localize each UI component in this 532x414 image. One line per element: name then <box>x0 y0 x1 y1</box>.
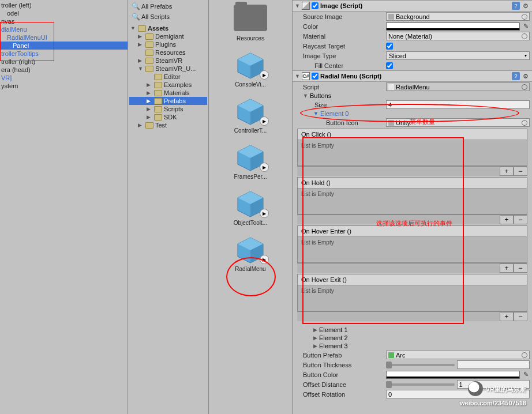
folder-item[interactable]: ▶Examples <box>129 81 207 89</box>
folder-item[interactable]: ▶Plugins <box>129 40 207 48</box>
raycast-checkbox[interactable] <box>386 43 393 50</box>
size-input[interactable] <box>386 100 530 109</box>
expand-arrow-icon[interactable]: ▶ <box>138 58 144 63</box>
remove-event-button[interactable]: − <box>514 167 527 176</box>
hierarchy-item[interactable]: trollerTooltips <box>0 50 128 58</box>
hierarchy-item[interactable]: troller (left) <box>0 1 128 9</box>
collapse-arrow-icon[interactable]: ▶ <box>313 327 317 333</box>
image-component-icon <box>302 2 310 10</box>
expand-arrow-icon[interactable]: ▶ <box>147 98 152 104</box>
collapse-arrow-icon[interactable]: ▶ <box>313 343 317 349</box>
remove-event-button[interactable]: − <box>514 312 527 321</box>
hierarchy-item[interactable]: RadialMenuUI <box>0 33 128 42</box>
offset-distance-input[interactable] <box>457 380 530 389</box>
folder-item[interactable]: Editor <box>129 73 207 81</box>
folder-item[interactable]: ▶SteamVR <box>129 57 207 65</box>
element-header[interactable]: ▶Element 1 <box>293 326 532 334</box>
add-event-button[interactable]: + <box>500 215 514 224</box>
asset-item-prefab[interactable]: ▶ FramesPer... <box>234 144 267 180</box>
folder-item[interactable]: Resources <box>129 48 207 57</box>
button-prefab-object[interactable]: Arc <box>386 351 530 359</box>
expand-arrow-icon[interactable]: ▶ <box>147 114 152 120</box>
hierarchy-item[interactable]: odel <box>0 9 128 17</box>
source-image-object[interactable]: Background <box>386 12 530 21</box>
folder-label: Editor <box>164 73 181 80</box>
image-type-dropdown[interactable]: Sliced▾ <box>386 51 530 60</box>
hierarchy-item[interactable]: era (head) <box>0 66 128 74</box>
hierarchy-item[interactable]: dialMenu <box>0 25 128 33</box>
search-all-prefabs[interactable]: 🔍All Prefabs <box>129 1 207 12</box>
asset-item-prefab[interactable]: ▶ ControllerT... <box>234 98 267 134</box>
component-header[interactable]: ▼ Image (Script) ? ⚙ <box>293 0 532 12</box>
component-header[interactable]: ▼ C# Radial Menu (Script) ? ⚙ <box>293 70 532 82</box>
offset-rotation-input[interactable] <box>386 390 530 398</box>
material-object[interactable]: None (Material) <box>386 32 530 40</box>
folder-label: Resources <box>155 49 186 56</box>
folder-item[interactable]: ▶Test <box>129 121 207 129</box>
folder-item[interactable]: ▶Demigiant <box>129 32 207 40</box>
expand-arrow-icon[interactable]: ▶ <box>138 42 144 47</box>
collapse-arrow-icon[interactable]: ▶ <box>313 335 317 341</box>
expand-arrow-icon[interactable]: ▶ <box>138 122 144 128</box>
help-icon[interactable]: ? <box>512 2 520 10</box>
folder-item[interactable]: ▶Materials <box>129 89 207 97</box>
hierarchy-item[interactable]: troller (right) <box>0 58 128 66</box>
asset-item-prefab[interactable]: ▶ ConsoleVi... <box>235 52 266 88</box>
add-event-button[interactable]: + <box>500 167 514 176</box>
add-event-button[interactable]: + <box>500 312 514 321</box>
play-badge-icon: ▶ <box>260 70 269 80</box>
button-icon-object[interactable]: Unity <box>386 118 530 127</box>
object-picker-icon[interactable] <box>522 84 527 90</box>
offset-distance-slider[interactable] <box>386 383 455 386</box>
element-header[interactable]: ▶Element 2 <box>293 334 532 342</box>
collapse-arrow-icon[interactable]: ▼ <box>295 3 300 9</box>
hierarchy-item[interactable]: ystem <box>0 82 128 90</box>
expand-arrow-icon[interactable]: ▶ <box>147 106 152 112</box>
hierarchy-item[interactable]: VR] <box>0 74 128 82</box>
object-picker-icon[interactable] <box>522 14 527 20</box>
remove-event-button[interactable]: − <box>514 215 527 224</box>
collapse-arrow-icon[interactable]: ▼ <box>313 111 319 116</box>
thickness-input[interactable] <box>457 360 530 369</box>
collapse-arrow-icon[interactable]: ▼ <box>295 73 300 79</box>
folder-item[interactable]: ▶SDK <box>129 113 207 121</box>
prefab-cube-icon: ▶ <box>235 236 265 264</box>
asset-item-prefab[interactable]: ▶ RadialMenu <box>235 236 265 272</box>
folder-item-selected[interactable]: ▶Prefabs <box>129 97 207 105</box>
remove-event-button[interactable]: − <box>514 264 527 273</box>
script-object[interactable]: RadialMenu <box>386 82 530 91</box>
hierarchy-item[interactable]: nvas <box>0 17 128 25</box>
gear-icon[interactable]: ⚙ <box>522 72 530 80</box>
element-header[interactable]: ▶Element 3 <box>293 342 532 350</box>
expand-arrow-icon[interactable]: ▶ <box>138 33 144 39</box>
field-label: Offset Rotation <box>303 391 384 398</box>
element0-header[interactable]: ▼ Element 0 <box>293 110 532 118</box>
thickness-slider[interactable] <box>386 364 455 366</box>
asset-item-prefab[interactable]: ▶ ObjectToolt... <box>234 190 267 226</box>
help-icon[interactable]: ? <box>512 72 520 80</box>
object-picker-icon[interactable] <box>522 120 527 126</box>
collapse-arrow-icon[interactable]: ▼ <box>303 93 308 99</box>
object-picker-icon[interactable] <box>522 33 527 39</box>
component-enabled-checkbox[interactable] <box>312 2 319 9</box>
object-picker-icon[interactable] <box>522 352 527 358</box>
asset-item-folder[interactable]: Resources <box>234 5 267 42</box>
color-swatch[interactable] <box>386 371 520 379</box>
folder-assets[interactable]: ▼Assets <box>129 24 207 32</box>
eyedropper-icon[interactable]: ✎ <box>522 22 530 31</box>
gear-icon[interactable]: ⚙ <box>522 2 530 10</box>
fill-center-checkbox[interactable] <box>386 62 393 69</box>
component-enabled-checkbox[interactable] <box>312 73 319 80</box>
search-all-scripts[interactable]: 🔍All Scripts <box>129 12 207 22</box>
hierarchy-item-selected[interactable]: Panel <box>0 42 128 50</box>
expand-arrow-icon[interactable]: ▼ <box>130 25 136 31</box>
folder-item[interactable]: ▼SteamVR_U... <box>129 65 207 73</box>
color-swatch[interactable] <box>386 22 520 31</box>
expand-arrow-icon[interactable]: ▶ <box>147 82 152 88</box>
buttons-array-header[interactable]: ▼ Buttons <box>293 92 532 100</box>
expand-arrow-icon[interactable]: ▼ <box>138 66 144 71</box>
folder-item[interactable]: ▶Scripts <box>129 105 207 113</box>
add-event-button[interactable]: + <box>500 264 514 273</box>
eyedropper-icon[interactable]: ✎ <box>522 371 530 379</box>
expand-arrow-icon[interactable]: ▶ <box>147 90 152 96</box>
